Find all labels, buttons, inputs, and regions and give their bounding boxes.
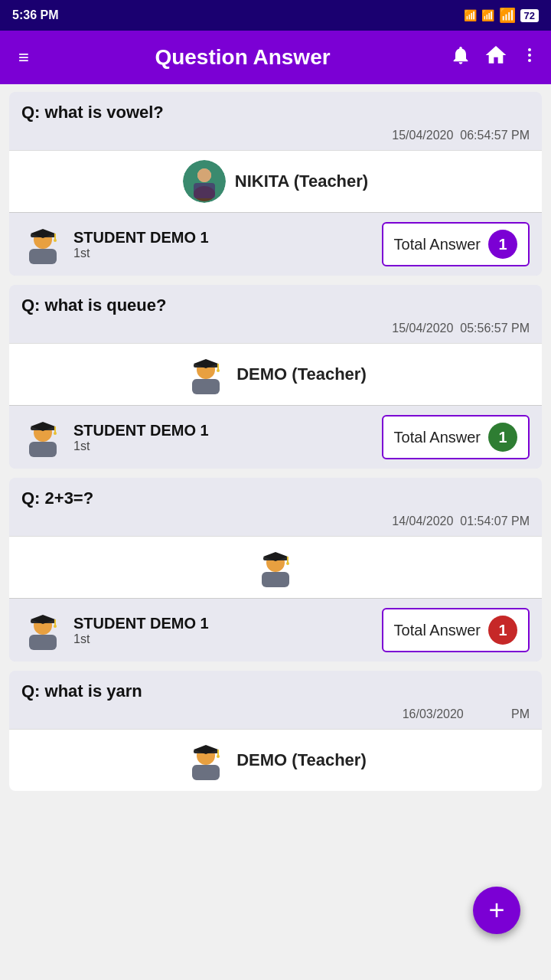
- signal-icon-1: 📶: [464, 9, 477, 21]
- question-text-3: Q: 2+3=?: [9, 478, 542, 511]
- student-info-3: STUDENT DEMO 1 1st: [73, 615, 373, 646]
- student-grade-1: 1st: [73, 247, 373, 260]
- teacher-avatar-4: [184, 739, 227, 782]
- student-name-1: STUDENT DEMO 1: [73, 229, 373, 247]
- student-name-2: STUDENT DEMO 1: [73, 422, 373, 439]
- add-question-button[interactable]: +: [473, 887, 520, 934]
- student-grade-2: 1st: [73, 439, 373, 453]
- student-name-3: STUDENT DEMO 1: [73, 615, 373, 632]
- total-answer-box-2[interactable]: Total Answer 1: [382, 415, 530, 459]
- main-content: Q: what is vowel? 15/04/2020 06:54:57 PM…: [0, 84, 551, 799]
- total-answer-label-1: Total Answer: [394, 236, 481, 253]
- bell-icon[interactable]: [450, 44, 471, 71]
- svg-point-19: [217, 369, 220, 372]
- total-answer-box-3[interactable]: Total Answer 1: [382, 608, 530, 652]
- answer-badge-1: 1: [488, 230, 517, 259]
- question-card-3[interactable]: Q: 2+3=? 14/04/2020 01:54:07 PM: [9, 478, 542, 662]
- question-text-1: Q: what is vowel?: [9, 92, 542, 126]
- status-icons: 📶 📶 📶 72: [464, 7, 539, 24]
- question-date-4: 16/03/2020 PM: [9, 704, 542, 729]
- teacher-name-1: NIKITA (Teacher): [235, 172, 368, 191]
- app-header: ≡ Question Answer: [0, 31, 551, 84]
- teacher-avatar-3: [254, 546, 297, 589]
- svg-rect-21: [29, 442, 57, 457]
- student-info-1: STUDENT DEMO 1 1st: [73, 229, 373, 260]
- question-card-4[interactable]: Q: what is yarn 16/03/2020 PM DEMO (Teac…: [9, 671, 542, 791]
- teacher-row-1: NIKITA (Teacher): [9, 150, 542, 212]
- signal-icon-2: 📶: [481, 9, 494, 21]
- student-avatar-3: [21, 609, 64, 652]
- svg-point-37: [54, 625, 57, 628]
- teacher-name-4: DEMO (Teacher): [236, 750, 367, 770]
- menu-button[interactable]: ≡: [12, 41, 35, 74]
- svg-point-0: [528, 48, 531, 51]
- svg-rect-7: [194, 183, 215, 198]
- student-row-1[interactable]: STUDENT DEMO 1 1st Total Answer 1: [9, 212, 542, 276]
- total-answer-label-2: Total Answer: [394, 429, 481, 446]
- svg-point-6: [197, 168, 211, 182]
- teacher-name-2: DEMO (Teacher): [236, 364, 367, 384]
- more-options-icon[interactable]: [520, 46, 539, 70]
- svg-rect-9: [29, 249, 57, 264]
- student-avatar-2: [21, 416, 64, 459]
- teacher-row-2: DEMO (Teacher): [9, 343, 542, 405]
- question-date-2: 15/04/2020 05:56:57 PM: [9, 318, 542, 343]
- answer-badge-2: 1: [488, 423, 517, 452]
- question-card-1[interactable]: Q: what is vowel? 15/04/2020 06:54:57 PM…: [9, 92, 542, 276]
- total-answer-label-3: Total Answer: [394, 622, 481, 639]
- svg-point-25: [54, 432, 57, 435]
- svg-rect-39: [192, 765, 220, 780]
- svg-point-43: [217, 755, 220, 758]
- wifi-icon: 📶: [499, 7, 516, 24]
- question-card-2[interactable]: Q: what is queue? 15/04/2020 05:56:57 PM…: [9, 285, 542, 469]
- svg-point-2: [528, 59, 531, 62]
- svg-point-31: [286, 562, 289, 565]
- total-answer-box-1[interactable]: Total Answer 1: [382, 222, 530, 266]
- status-bar: 5:36 PM 📶 📶 📶 72: [0, 0, 551, 31]
- status-time: 5:36 PM: [12, 8, 58, 22]
- svg-rect-33: [29, 635, 57, 650]
- question-date-1: 15/04/2020 06:54:57 PM: [9, 126, 542, 150]
- svg-point-1: [528, 54, 531, 57]
- teacher-avatar-2: [184, 353, 227, 396]
- student-row-3[interactable]: STUDENT DEMO 1 1st Total Answer 1: [9, 598, 542, 662]
- svg-rect-27: [262, 572, 289, 587]
- teacher-row-3: [9, 536, 542, 598]
- student-avatar-1: [21, 223, 64, 266]
- student-row-2[interactable]: STUDENT DEMO 1 1st Total Answer 1: [9, 405, 542, 469]
- student-grade-3: 1st: [73, 632, 373, 646]
- home-icon[interactable]: [484, 43, 508, 73]
- teacher-avatar-1: [183, 160, 226, 203]
- add-icon: +: [488, 894, 504, 926]
- answer-badge-3: 1: [488, 616, 517, 645]
- teacher-row-4: DEMO (Teacher): [9, 729, 542, 791]
- student-info-2: STUDENT DEMO 1 1st: [73, 422, 373, 453]
- svg-point-13: [54, 239, 57, 242]
- svg-rect-15: [192, 379, 220, 394]
- page-title: Question Answer: [44, 45, 441, 70]
- question-date-3: 14/04/2020 01:54:07 PM: [9, 511, 542, 536]
- question-text-4: Q: what is yarn: [9, 671, 542, 704]
- question-text-2: Q: what is queue?: [9, 285, 542, 318]
- battery-indicator: 72: [520, 9, 539, 22]
- header-actions: [450, 43, 539, 73]
